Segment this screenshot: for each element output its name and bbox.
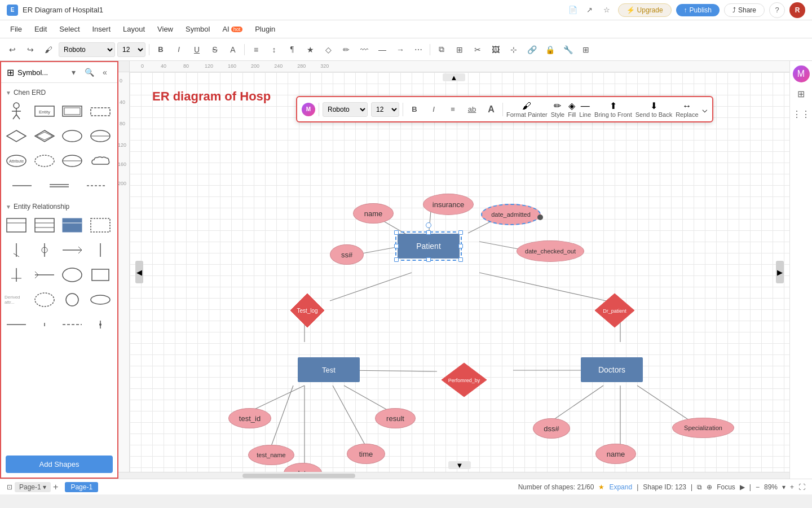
rp-properties-button[interactable]: ⊞ [792, 85, 810, 103]
shape-cloud[interactable] [89, 151, 112, 171]
edraw-ai-logo[interactable]: M [302, 103, 315, 116]
attr-insurance[interactable]: insurance [423, 194, 474, 215]
ft-underline-ab-button[interactable]: ab [464, 102, 480, 117]
crop-button[interactable]: ✂ [470, 42, 486, 58]
focus-label[interactable]: Focus [717, 483, 735, 491]
attr-specialization[interactable]: Specialization [672, 418, 734, 438]
er-ellipse3[interactable] [89, 290, 112, 310]
add-page-btn[interactable]: + [53, 482, 58, 492]
ft-fill[interactable]: ◈ Fill [568, 100, 576, 118]
user-avatar[interactable]: R [789, 2, 805, 18]
er-conn5[interactable] [5, 265, 28, 285]
shape-attr3[interactable] [60, 151, 84, 171]
star-btn[interactable]: ☆ [600, 3, 614, 17]
entity-test[interactable]: Test [298, 357, 360, 382]
attr-test-name[interactable]: test_name [248, 445, 294, 465]
menu-ai[interactable]: AI hot [217, 23, 248, 36]
redo-button[interactable]: ↪ [23, 42, 38, 58]
er-conn1[interactable] [5, 240, 28, 260]
ft-style[interactable]: ✏ Style [551, 100, 564, 118]
line-color-button[interactable]: ✏ [338, 42, 354, 58]
shape-ellipse1[interactable] [60, 126, 84, 146]
menu-insert[interactable]: Insert [87, 23, 117, 36]
add-shapes-button[interactable]: Add Shapes [6, 456, 113, 473]
shape-line-solid[interactable] [5, 176, 39, 196]
er-conn6[interactable] [33, 265, 56, 285]
line-end-button[interactable]: → [392, 42, 408, 58]
er-conn2[interactable] [33, 240, 56, 260]
menu-edit[interactable]: Edit [29, 23, 52, 36]
menu-layout[interactable]: Layout [117, 23, 151, 36]
attr-date-checked-out[interactable]: date_checked_out [517, 240, 584, 262]
er-circle[interactable] [60, 290, 84, 310]
highlight-button[interactable]: ★ [302, 42, 318, 58]
attr-date-admitted[interactable]: date_admitted [481, 204, 541, 225]
ft-text-size-button[interactable]: A [483, 102, 499, 117]
attr-name[interactable]: name [353, 203, 394, 224]
scroll-up-btn[interactable]: ▲ [443, 73, 465, 81]
table-button[interactable]: ⊞ [578, 42, 594, 58]
share-doc-btn[interactable]: ↗ [583, 3, 597, 17]
expand-button[interactable]: Expand [609, 483, 632, 491]
relation-test-log[interactable]: Test_log [288, 291, 327, 330]
menu-file[interactable]: File [5, 23, 28, 36]
shape-rect2[interactable] [60, 101, 84, 121]
font-size-select[interactable]: 12 [117, 42, 145, 57]
shape-line-dashed[interactable] [79, 176, 114, 196]
attr-doctor-name[interactable]: name [595, 444, 636, 464]
shape-ellipse2[interactable] [89, 126, 112, 146]
entity-doctors[interactable]: Doctors [581, 357, 643, 382]
ft-size-select[interactable]: 12 [371, 102, 399, 117]
paint-format-button[interactable]: 🖌 [41, 42, 56, 58]
scroll-left-btn[interactable]: ◀ [135, 261, 143, 283]
section-entity-relationship[interactable]: ▼ Entity Relationship [5, 200, 114, 213]
attr-result[interactable]: result [375, 408, 416, 428]
er-ellipse2[interactable] [33, 290, 56, 310]
scroll-right-btn[interactable]: ▶ [776, 261, 784, 283]
attr-ss[interactable]: ss# [330, 244, 364, 265]
attr-date[interactable]: date [284, 463, 322, 472]
er-line4[interactable] [89, 314, 112, 335]
image-button[interactable]: 🖼 [488, 42, 504, 58]
ft-align-button[interactable]: ≡ [445, 102, 461, 117]
line-height-button[interactable]: ↕ [266, 42, 282, 58]
er-line3[interactable] [60, 314, 84, 335]
ft-bring-to-front[interactable]: ⬆ Bring to Front [594, 100, 632, 118]
attr-test-id[interactable]: test_id [228, 408, 271, 428]
er-conn4[interactable] [89, 240, 112, 260]
ft-italic-button[interactable]: I [426, 102, 442, 117]
panel-collapse-btn[interactable]: « [98, 65, 112, 79]
fullscreen-btn[interactable]: ⛶ [798, 483, 805, 491]
section-chen-erd[interactable]: ▼ Chen ERD [5, 86, 114, 99]
rp-ai-button[interactable]: M [793, 65, 810, 82]
er-shape1[interactable] [5, 215, 28, 235]
shape-rect1[interactable]: Entity [33, 101, 56, 121]
shape-person[interactable] [5, 101, 28, 121]
align-button[interactable]: ≡ [248, 42, 264, 58]
panel-dropdown-btn[interactable]: ▾ [67, 65, 80, 79]
relation-dr-patient[interactable]: Dr_patient [592, 291, 637, 330]
select-more-button[interactable]: ⊹ [506, 42, 522, 58]
attr-time[interactable]: time [347, 444, 385, 464]
menu-select[interactable]: Select [54, 23, 85, 36]
strikethrough-button[interactable]: S [207, 42, 223, 58]
waypoint-button[interactable]: ⋯ [411, 42, 426, 58]
ft-line[interactable]: — Line [579, 101, 591, 118]
shadow-button[interactable]: ⧉ [434, 42, 449, 58]
text-style-button[interactable]: ¶ [284, 42, 300, 58]
shape-diamond2[interactable] [33, 126, 56, 146]
scrollbar-thumb-h[interactable] [242, 474, 355, 478]
attr-dss[interactable]: dss# [533, 418, 570, 439]
ft-more-options[interactable]: ⌵ [702, 104, 708, 115]
ft-send-to-back[interactable]: ⬇ Send to Back [636, 100, 672, 118]
er-conn3[interactable] [60, 240, 84, 260]
font-color-button[interactable]: A [225, 42, 241, 58]
fill-color-button[interactable]: ◇ [320, 42, 336, 58]
underline-button[interactable]: U [189, 42, 205, 58]
page-layout-btn[interactable]: ⊡ [7, 483, 12, 491]
publish-button[interactable]: ↑ Publish [676, 4, 720, 16]
menu-symbol[interactable]: Symbol [180, 23, 215, 36]
connector-button[interactable]: 〰 [356, 42, 372, 58]
er-shape2[interactable] [33, 215, 56, 235]
er-shape4[interactable] [89, 215, 112, 235]
